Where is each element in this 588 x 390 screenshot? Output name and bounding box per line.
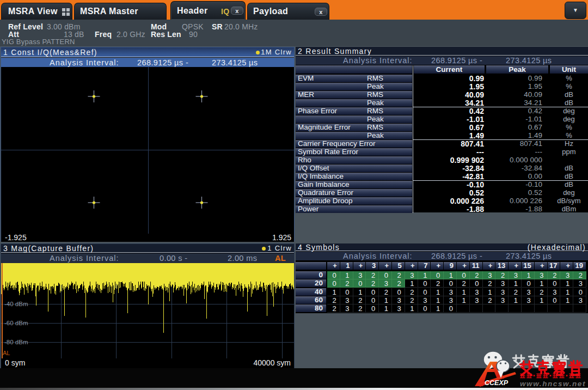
svg-text:CCEXP: CCEXP [485, 379, 509, 387]
svg-text:www.hncsw.net: www.hncsw.net [520, 380, 586, 388]
